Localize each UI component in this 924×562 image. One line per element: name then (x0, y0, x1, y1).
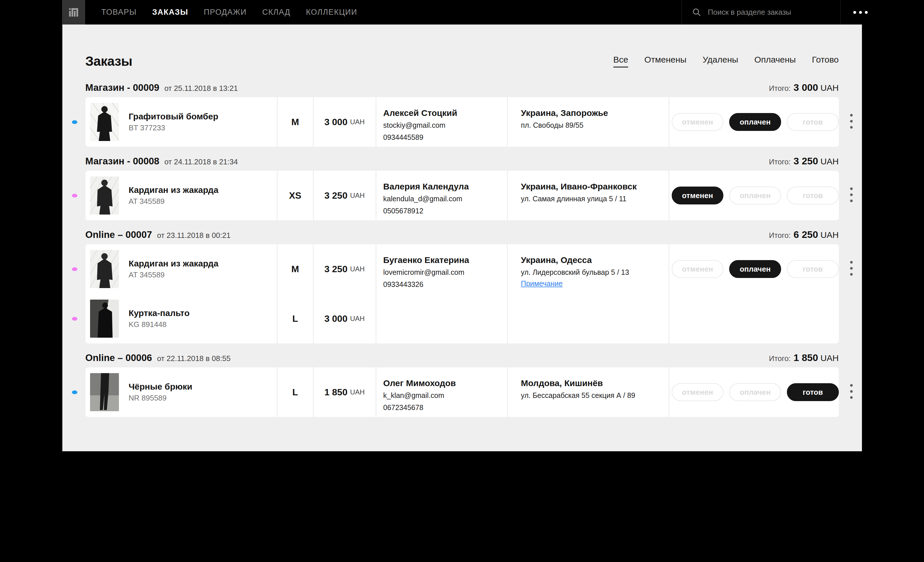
product-price: 1 850UAH (314, 368, 375, 417)
order-date: от 22.11.2018 в 08:55 (157, 354, 231, 363)
nav-item-warehouse[interactable]: СКЛАД (262, 8, 290, 17)
shipping-address: Молдова, Кишинёв ул. Бессарабская 55 сек… (507, 368, 669, 417)
product-size: L (278, 368, 313, 417)
nav-item-products[interactable]: ТОВАРЫ (101, 8, 136, 17)
product-row[interactable]: Кардиган из жакарда AT 345589 (86, 244, 277, 294)
product-code: KG 891448 (129, 320, 190, 329)
kebab-icon (850, 384, 853, 387)
status-button-ready[interactable]: готов (787, 260, 839, 278)
product-image[interactable] (90, 103, 119, 141)
product-price: 3 250UAH (314, 171, 375, 220)
product-price: 3 000UAH (314, 294, 375, 344)
order-date: от 24.11.2018 в 21:34 (164, 157, 238, 166)
kebab-icon (850, 200, 853, 202)
order-card: Кардиган из жакарда AT 345589 XS 3 250UA… (86, 171, 839, 220)
order-card: Графитовый бомбер BT 377233 M 3 000UAH А… (86, 97, 839, 147)
product-row[interactable]: Куртка-пальто KG 891448 (86, 294, 277, 344)
filter-deleted[interactable]: Удалены (703, 55, 738, 67)
customer-info: Бугаенко Екатерина lovemicromir@gmail.co… (375, 244, 507, 344)
order-note-link[interactable]: Примечание (521, 280, 563, 288)
ellipsis-icon (865, 11, 868, 14)
address-region: Украина, Ивано-Франковск (521, 182, 663, 191)
product-row[interactable]: Графитовый бомбер BT 377233 (86, 97, 277, 147)
customer-name: Валерия Календула (383, 182, 502, 191)
shipping-address: Украина, Запорожье пл. Свободы 89/55 (507, 97, 669, 147)
status-button-cancelled[interactable]: отменен (672, 383, 724, 401)
status-button-paid[interactable]: оплачен (729, 260, 781, 278)
order-group-title: Магазин - 00008 от 24.11.2018 в 21:34 (86, 156, 238, 167)
order-group: Магазин - 00009 от 25.11.2018 в 13:21 Ит… (86, 82, 839, 147)
product-price: 3 000UAH (314, 97, 375, 147)
order-kebab-menu[interactable] (849, 383, 854, 400)
shipping-address: Украина, Ивано-Франковск ул. Самая длинн… (507, 171, 669, 220)
more-menu-button[interactable] (841, 0, 924, 24)
filter-paid[interactable]: Оплачены (754, 55, 796, 67)
product-image[interactable] (90, 300, 119, 338)
status-button-ready[interactable]: готов (787, 113, 839, 131)
customer-email: stockiy@gmail.com (383, 121, 502, 130)
product-name: Графитовый бомбер (129, 112, 219, 121)
product-row[interactable]: Кардиган из жакарда AT 345589 (86, 171, 277, 220)
order-kebab-menu[interactable] (849, 186, 854, 203)
status-button-cancelled[interactable]: отменен (672, 113, 724, 131)
status-button-paid[interactable]: оплачен (729, 187, 781, 205)
order-number: Магазин - 00008 (86, 156, 159, 166)
kebab-icon (850, 390, 853, 393)
brand-logo[interactable] (62, 0, 85, 24)
order-number: Online – 00006 (86, 352, 152, 363)
product-price: 3 250UAH (314, 244, 375, 294)
ellipsis-icon (853, 11, 856, 14)
product-image[interactable] (90, 373, 119, 411)
main-menu: ТОВАРЫ ЗАКАЗЫ ПРОДАЖИ СКЛАД КОЛЛЕКЦИИ (101, 0, 357, 24)
status-button-ready[interactable]: готов (787, 187, 839, 205)
search-input[interactable] (708, 8, 840, 17)
status-button-paid[interactable]: оплачен (729, 383, 781, 401)
order-total: Итого:6 250UAH (769, 229, 839, 240)
product-code: NR 895589 (129, 394, 192, 402)
status-actions: отменен оплачен готов (669, 171, 839, 220)
filter-all[interactable]: Все (614, 55, 628, 67)
customer-phone: 0672345678 (383, 403, 502, 413)
product-code: AT 345589 (129, 271, 219, 280)
status-dot (72, 194, 77, 197)
status-button-paid[interactable]: оплачен (729, 113, 781, 131)
nav-item-collections[interactable]: КОЛЛЕКЦИИ (306, 8, 357, 17)
status-button-cancelled[interactable]: отменен (672, 187, 724, 205)
product-code: BT 377233 (129, 123, 219, 132)
order-group-title: Online – 00006 от 22.11.2018 в 08:55 (86, 352, 231, 363)
order-group: Online – 00006 от 22.11.2018 в 08:55 Ито… (86, 352, 839, 417)
product-image[interactable] (90, 250, 119, 288)
product-name: Кардиган из жакарда (129, 185, 219, 195)
filter-ready[interactable]: Готово (812, 55, 839, 67)
order-total: Итого:3 000UAH (769, 82, 839, 93)
status-button-ready[interactable]: готов (787, 383, 839, 401)
search-box[interactable] (681, 0, 841, 24)
kebab-icon (850, 187, 853, 190)
filter-cancelled[interactable]: Отменены (644, 55, 686, 67)
status-actions: отменен оплачен готов (669, 368, 839, 417)
customer-name: Бугаенко Екатерина (383, 255, 502, 265)
product-name: Чёрные брюки (129, 382, 192, 392)
customer-email: kalendula_d@gmail.com (383, 194, 502, 203)
orders-page: Заказы Все Отменены Удалены Оплачены Гот… (62, 24, 862, 451)
product-image[interactable] (90, 176, 119, 215)
product-row[interactable]: Чёрные брюки NR 895589 (86, 368, 277, 417)
address-street: ул. Бессарабская 55 секция А / 89 (521, 391, 663, 400)
kebab-icon (850, 120, 853, 123)
status-dot (72, 390, 77, 394)
order-group-title: Online – 00007 от 23.11.2018 в 00:21 (86, 229, 231, 240)
address-street: пл. Свободы 89/55 (521, 121, 663, 130)
product-size: L (278, 294, 313, 344)
order-number: Магазин - 00009 (86, 82, 159, 93)
nav-item-sales[interactable]: ПРОДАЖИ (204, 8, 246, 17)
order-total: Итого:1 850UAH (769, 352, 839, 363)
order-kebab-menu[interactable] (849, 260, 854, 277)
address-street: ул. Самая длинная улица 5 / 11 (521, 194, 663, 203)
top-navigation-bar: ТОВАРЫ ЗАКАЗЫ ПРОДАЖИ СКЛАД КОЛЛЕКЦИИ (0, 0, 924, 24)
status-button-cancelled[interactable]: отменен (672, 260, 724, 278)
kebab-icon (850, 267, 853, 270)
order-kebab-menu[interactable] (849, 113, 854, 130)
status-actions: отменен оплачен готов (669, 97, 839, 147)
nav-item-orders[interactable]: ЗАКАЗЫ (152, 8, 188, 17)
address-region: Украина, Одесса (521, 255, 663, 265)
